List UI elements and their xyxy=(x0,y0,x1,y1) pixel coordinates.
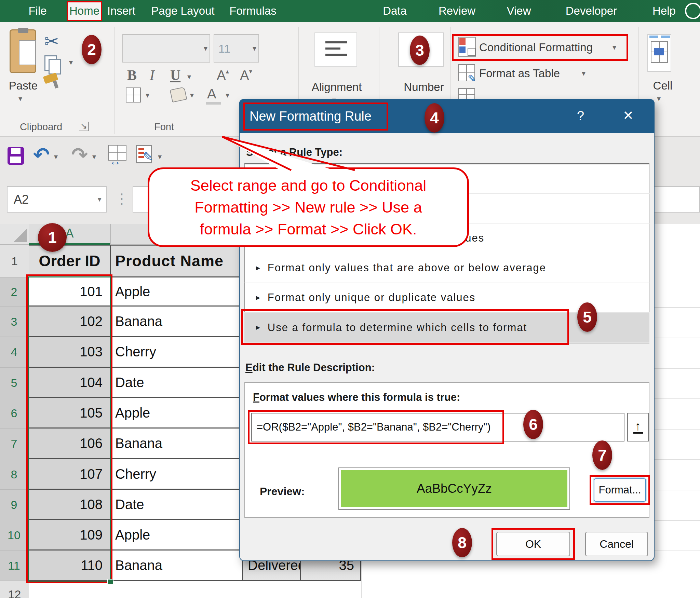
undo-icon[interactable]: ↶ xyxy=(31,145,51,165)
cell-b2[interactable]: Apple xyxy=(110,277,242,307)
formula-bar-separator: ⋮ xyxy=(115,191,129,206)
shrink-font-button[interactable]: A▾ xyxy=(240,68,252,83)
formula-label: Format values where this formula is true… xyxy=(253,391,460,404)
cell-styles-partial-icon[interactable] xyxy=(458,88,475,100)
row-header-2[interactable]: 2 xyxy=(0,277,29,307)
font-size-combo[interactable]: 11 ▾ xyxy=(214,34,259,63)
font-name-dropdown-icon[interactable]: ▾ xyxy=(204,45,207,52)
dialog-close-button[interactable]: ✕ xyxy=(623,108,634,123)
number-group-label[interactable]: Number xyxy=(395,81,453,94)
underline-dropdown-icon[interactable]: ▾ xyxy=(187,73,191,81)
name-box-value: A2 xyxy=(14,192,29,207)
cell-b6[interactable]: Apple xyxy=(110,398,242,429)
alignment-group-label[interactable]: Alignment xyxy=(301,81,373,94)
row-header-6[interactable]: 6 xyxy=(0,398,29,429)
font-size-dropdown-icon[interactable]: ▾ xyxy=(253,45,256,52)
cell-b8[interactable]: Cherry xyxy=(110,459,242,490)
tab-page-layout[interactable]: Page Layout xyxy=(150,0,215,22)
resize-arrow-icon: ↔ xyxy=(109,154,121,168)
cells-dropdown-icon[interactable]: ▾ xyxy=(657,95,661,103)
italic-button[interactable]: I xyxy=(150,67,154,83)
row-header-7[interactable]: 7 xyxy=(0,429,29,459)
save-icon[interactable] xyxy=(8,147,24,165)
annotation-box-selected-range xyxy=(26,274,112,583)
row-header-4[interactable]: 4 xyxy=(0,337,29,368)
format-as-table-button[interactable]: Format as Table xyxy=(479,67,560,80)
cell-b11[interactable]: Banana xyxy=(110,551,242,581)
cell-b7[interactable]: Banana xyxy=(110,429,242,459)
clipboard-launcher-icon[interactable]: ↘ xyxy=(79,122,89,131)
row-header-5[interactable]: 5 xyxy=(0,368,29,398)
font-color-bar xyxy=(206,102,221,105)
tab-insert[interactable]: Insert xyxy=(106,0,137,22)
tab-formulas[interactable]: Formulas xyxy=(227,0,279,22)
redo-dropdown-icon[interactable]: ▾ xyxy=(92,153,96,161)
tab-view[interactable]: View xyxy=(502,0,536,22)
dialog-help-button[interactable]: ? xyxy=(577,109,584,123)
account-icon[interactable] xyxy=(685,3,700,19)
cell-b5[interactable]: Date xyxy=(110,368,242,398)
tab-home-active[interactable]: Home xyxy=(67,1,102,21)
cell-b3[interactable]: Banana xyxy=(110,307,242,337)
font-size-value: 11 xyxy=(218,42,230,55)
bold-button[interactable]: B xyxy=(127,67,137,83)
bubble-line-1: Select range and go to Conditional xyxy=(190,175,427,196)
header-cell-order-id[interactable]: Order ID xyxy=(29,245,110,277)
font-name-combo[interactable]: ▾ xyxy=(122,34,210,63)
bubble-line-2: Formatting >> New rule >> Use a xyxy=(194,196,422,218)
row-header-11[interactable]: 11 xyxy=(0,551,29,581)
annotation-box-conditional-formatting xyxy=(452,34,628,61)
row-header-10[interactable]: 10 xyxy=(0,520,29,551)
gridline-right xyxy=(654,277,700,581)
qat-dropdown-icon[interactable]: ▾ xyxy=(158,153,162,161)
preview-label: Preview: xyxy=(260,485,305,498)
borders-button[interactable] xyxy=(126,87,141,103)
row-header-1[interactable]: 1 xyxy=(0,245,29,277)
row-header-9[interactable]: 9 xyxy=(0,490,29,520)
form-pencil-icon: ✎ xyxy=(143,150,153,164)
fill-color-dropdown-icon[interactable]: ▾ xyxy=(190,92,194,99)
cut-icon[interactable]: ✂ xyxy=(42,31,62,51)
row-header-3[interactable]: 3 xyxy=(0,307,29,337)
cells-button[interactable] xyxy=(647,34,671,72)
name-box-dropdown-icon[interactable]: ▼ xyxy=(96,196,103,203)
tab-file[interactable]: File xyxy=(24,0,51,22)
tab-data[interactable]: Data xyxy=(379,0,410,22)
tab-help[interactable]: Help xyxy=(649,0,679,22)
select-all-corner[interactable] xyxy=(0,224,29,245)
paste-button[interactable] xyxy=(10,29,36,73)
cell-b9[interactable]: Date xyxy=(110,490,242,520)
step-badge-5: 5 xyxy=(577,302,597,332)
row-header-12[interactable]: 12 xyxy=(0,581,29,598)
copy-dropdown-icon[interactable]: ▾ xyxy=(69,59,73,66)
font-color-dropdown-icon[interactable]: ▾ xyxy=(226,92,229,99)
paste-dropdown-icon[interactable]: ▾ xyxy=(18,95,22,103)
grow-font-button[interactable]: A▴ xyxy=(217,68,229,83)
step-badge-4: 4 xyxy=(425,103,444,133)
font-group-label: Font xyxy=(144,121,185,133)
rule-option-4[interactable]: ►Format only values that are above or be… xyxy=(244,253,649,283)
collapse-dialog-button[interactable]: ↑ xyxy=(627,413,649,441)
cell-b4[interactable]: Cherry xyxy=(110,337,242,368)
font-color-button[interactable]: A xyxy=(207,86,216,101)
excel-window: File Home Insert Page Layout Formulas Da… xyxy=(0,0,700,598)
borders-dropdown-icon[interactable]: ▾ xyxy=(146,92,149,99)
tab-developer[interactable]: Developer xyxy=(557,0,625,22)
tab-review[interactable]: Review xyxy=(435,0,479,22)
paste-label[interactable]: Paste xyxy=(6,79,40,92)
format-as-table-dropdown-icon[interactable]: ▾ xyxy=(582,70,585,77)
alignment-button[interactable] xyxy=(314,32,357,67)
annotation-box-formula xyxy=(248,410,504,444)
cells-group-label[interactable]: Cell xyxy=(647,79,678,92)
collapse-arrow-icon: ↑ xyxy=(635,421,641,431)
redo-icon[interactable]: ↷ xyxy=(70,145,90,165)
cell-b10[interactable]: Apple xyxy=(110,520,242,551)
header-cell-product-name[interactable]: Product Name xyxy=(110,245,242,277)
underline-button[interactable]: U xyxy=(170,67,180,83)
row-header-8[interactable]: 8 xyxy=(0,459,29,490)
name-box[interactable]: A2 ▼ xyxy=(7,186,107,213)
fill-handle[interactable] xyxy=(107,579,113,585)
cancel-button[interactable]: Cancel xyxy=(585,532,648,556)
step-badge-8: 8 xyxy=(452,528,472,557)
undo-dropdown-icon[interactable]: ▾ xyxy=(54,153,58,161)
